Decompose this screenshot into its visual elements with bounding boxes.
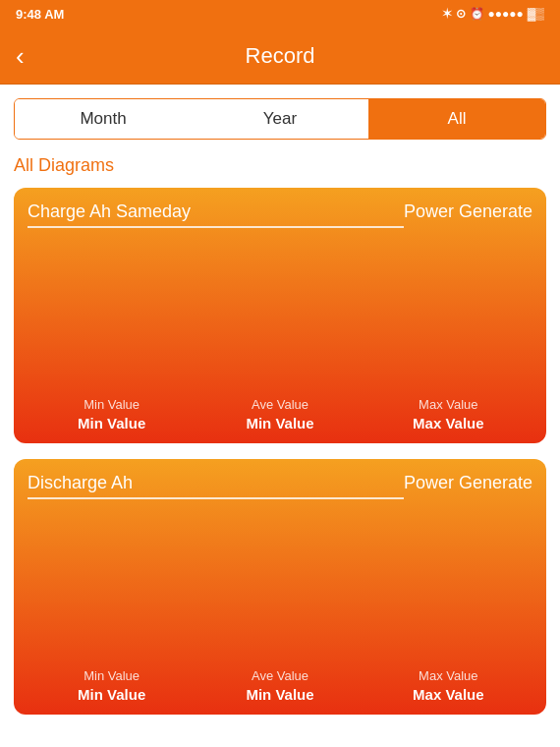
diagram-title-charge: Charge Ah Sameday [28,201,404,228]
diagram-subtitle-discharge: Power Generate [404,473,532,493]
main-content: Month Year All All Diagrams Charge Ah Sa… [0,85,560,747]
diagram-card-discharge: Discharge Ah Power Generate Min Value Mi… [14,459,546,715]
diagram-header-discharge: Discharge Ah Power Generate [28,473,532,499]
stat-min-discharge: Min Value Min Value [28,668,196,703]
stat-min-label-discharge: Min Value [28,668,196,683]
stat-ave-label-charge: Ave Value [196,397,364,412]
stat-min-label-charge: Min Value [28,397,196,412]
stat-max-value-charge: Max Value [364,415,532,431]
bluetooth-icon: ✶ [442,7,452,21]
clock-icon: ⏰ [470,7,484,21]
stat-ave-value-charge: Min Value [196,415,364,431]
tab-month[interactable]: Month [15,99,192,139]
stat-min-value-discharge: Min Value [28,686,196,703]
status-time: 9:48 AM [16,7,64,22]
stat-max-charge: Max Value Max Value [364,397,532,431]
back-button[interactable]: ‹ [16,43,25,69]
stat-max-label-discharge: Max Value [364,668,532,683]
status-bar: 9:48 AM ✶ ⊙ ⏰ ●●●●● ▓▒ [0,0,560,28]
page-title: Record [246,43,315,69]
signal-icon: ●●●●● [488,7,524,21]
diagram-footer-charge: Min Value Min Value Ave Value Min Value … [28,397,532,431]
app-header: ‹ Record [0,28,560,85]
diagram-subtitle-charge: Power Generate [404,201,532,222]
alarm-icon: ⊙ [456,7,466,21]
tab-year[interactable]: Year [192,99,368,139]
diagram-card-charge: Charge Ah Sameday Power Generate Min Val… [14,188,546,443]
status-icons: ✶ ⊙ ⏰ ●●●●● ▓▒ [442,7,545,21]
tab-group: Month Year All [14,98,546,140]
stat-max-label-charge: Max Value [364,397,532,412]
stat-max-value-discharge: Max Value [364,686,532,703]
stat-ave-label-discharge: Ave Value [196,668,364,683]
diagram-header-charge: Charge Ah Sameday Power Generate [28,201,532,228]
diagram-footer-discharge: Min Value Min Value Ave Value Min Value … [28,668,532,703]
diagram-title-discharge: Discharge Ah [28,473,404,499]
section-title: All Diagrams [14,155,546,176]
battery-icon: ▓▒ [528,7,544,21]
stat-min-value-charge: Min Value [28,415,196,431]
stat-ave-charge: Ave Value Min Value [196,397,364,431]
stat-min-charge: Min Value Min Value [28,397,196,431]
stat-ave-value-discharge: Min Value [196,686,364,703]
stat-ave-discharge: Ave Value Min Value [196,668,364,703]
stat-max-discharge: Max Value Max Value [364,668,532,703]
tab-all[interactable]: All [368,99,545,139]
